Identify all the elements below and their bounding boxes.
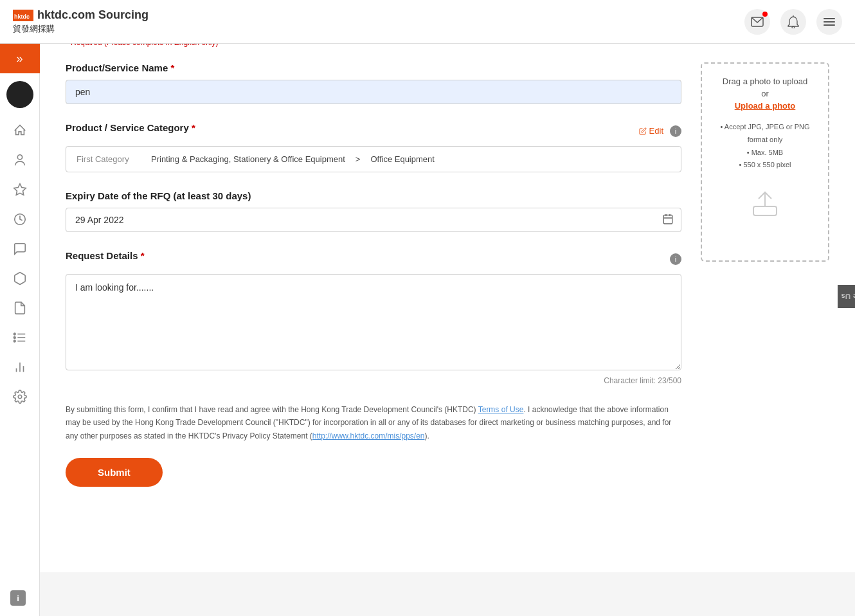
terms-link[interactable]: Terms of Use — [478, 405, 524, 414]
notification-button[interactable] — [780, 9, 806, 35]
upload-area: Drag a photo to upload or Upload a photo… — [701, 62, 829, 262]
list-icon — [13, 331, 27, 345]
svg-rect-19 — [663, 215, 672, 224]
package-icon — [13, 271, 27, 285]
request-details-label: Request Details * — [66, 250, 145, 261]
mail-icon — [751, 17, 764, 27]
svg-point-14 — [14, 340, 15, 342]
request-details-textarea[interactable]: I am looking for....... — [66, 274, 681, 370]
sidebar-item-analytics[interactable] — [0, 352, 40, 382]
rate-us-button[interactable]: Rate Us — [837, 285, 855, 308]
svg-text:hktdc: hktdc — [14, 14, 30, 20]
sidebar-item-history[interactable] — [0, 204, 40, 234]
sidebar-item-home[interactable] — [0, 116, 40, 145]
logo: hktdc hktdc.com Sourcing 貿發網採購 — [13, 8, 148, 35]
form-section: Product/Service Name * Product / Service… — [66, 62, 681, 506]
home-icon — [13, 123, 27, 138]
date-wrapper — [66, 208, 681, 232]
sidebar-item-packages[interactable] — [0, 264, 40, 293]
clock-icon — [13, 212, 27, 226]
upload-drag-text: Drag a photo to upload — [723, 77, 807, 86]
category-path: Printing & Packaging, Stationery & Offic… — [151, 154, 345, 164]
sidebar-item-settings[interactable] — [0, 382, 40, 412]
mail-badge — [762, 12, 768, 17]
sidebar-item-messages[interactable] — [0, 234, 40, 264]
submit-button[interactable]: Submit — [66, 458, 163, 487]
sidebar: » — [0, 44, 40, 572]
category-edit-link[interactable]: Edit — [639, 126, 663, 136]
category-info-icon[interactable]: i — [670, 125, 681, 137]
sidebar-item-favorites[interactable] — [0, 175, 40, 204]
sidebar-item-user[interactable] — [0, 145, 40, 175]
sidebar-item-list[interactable] — [0, 323, 40, 352]
request-details-header: Request Details * i — [66, 250, 681, 267]
svg-point-18 — [18, 395, 22, 399]
svg-point-12 — [14, 333, 15, 335]
svg-point-2 — [792, 26, 795, 28]
person-icon — [13, 153, 27, 167]
expand-icon: » — [16, 52, 22, 66]
product-name-input[interactable] — [66, 80, 681, 104]
expiry-group: Expiry Date of the RFQ (at least 30 days… — [66, 190, 681, 232]
category-arrow: > — [356, 154, 361, 164]
category-label: Product / Service Category * — [66, 122, 195, 133]
sidebar-item-documents[interactable] — [0, 293, 40, 323]
expiry-label: Expiry Date of the RFQ (at least 30 days… — [66, 190, 681, 201]
header: hktdc hktdc.com Sourcing 貿發網採購 — [0, 0, 855, 44]
pencil-icon — [639, 127, 647, 135]
upload-icon[interactable] — [750, 188, 780, 221]
analytics-icon — [13, 360, 27, 374]
logo-subtitle: 貿發網採購 — [13, 23, 148, 35]
main-content: Submit New Request For Quotation * Requi… — [40, 0, 855, 572]
bell-icon — [788, 15, 799, 28]
request-details-info-icon[interactable]: i — [670, 253, 681, 265]
upload-or-text: or — [761, 89, 769, 98]
category-group: Product / Service Category * Edit i — [66, 122, 681, 172]
menu-button[interactable] — [816, 9, 842, 35]
category-header: Product / Service Category * Edit i — [66, 122, 681, 140]
terms-text: By submitting this form, I confirm that … — [66, 403, 681, 442]
upload-link[interactable]: Upload a photo — [735, 101, 796, 111]
svg-point-13 — [14, 337, 15, 339]
upload-specs: • Accept JPG, JPEG or PNG format only • … — [712, 121, 818, 172]
chat-icon — [13, 242, 27, 256]
document-icon — [13, 301, 27, 315]
privacy-link[interactable]: http://www.hktdc.com/mis/pps/en — [312, 431, 425, 440]
star-icon — [13, 183, 27, 197]
logo-icon: hktdc — [13, 10, 33, 21]
expiry-date-input[interactable] — [66, 208, 681, 232]
svg-marker-7 — [14, 184, 25, 195]
product-name-label: Product/Service Name * — [66, 62, 681, 73]
char-limit: Character limit: 23/500 — [66, 376, 681, 385]
svg-rect-23 — [753, 206, 777, 215]
product-name-group: Product/Service Name * — [66, 62, 681, 104]
svg-point-6 — [17, 155, 22, 159]
gear-icon — [13, 390, 27, 404]
mail-button[interactable] — [744, 9, 770, 35]
category-box: First Category Printing & Packaging, Sta… — [66, 146, 681, 172]
sidebar-toggle[interactable]: » — [0, 44, 40, 73]
hamburger-icon — [823, 17, 836, 26]
avatar — [6, 81, 33, 108]
calendar-icon[interactable] — [662, 213, 674, 227]
category-first: First Category — [76, 154, 141, 164]
request-details-group: Request Details * i I am looking for....… — [66, 250, 681, 385]
content-row: Product/Service Name * Product / Service… — [66, 62, 829, 506]
category-end: Office Equipment — [370, 154, 434, 164]
category-controls: Edit i — [639, 125, 681, 137]
header-icons — [744, 9, 842, 35]
logo-title: hktdc.com Sourcing — [37, 8, 148, 22]
